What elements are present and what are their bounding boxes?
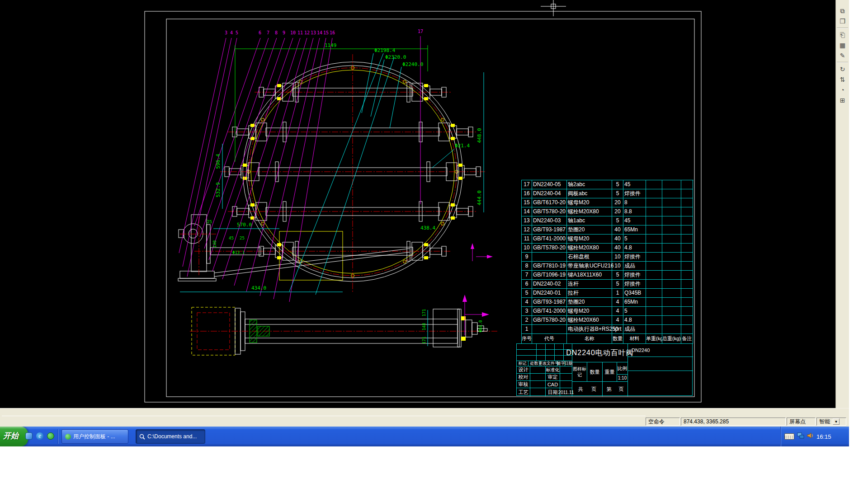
svg-text:13: 13 <box>311 30 316 35</box>
bom-qty: 40 <box>612 235 623 244</box>
bom-qty: 20 <box>612 207 623 216</box>
pattern-icon[interactable]: ▦ <box>837 40 848 50</box>
bom-remark <box>681 307 693 316</box>
bom-material: 焊接件 <box>623 189 646 198</box>
table-row: 16 DN2240-04 阀板abc 5 焊接件 <box>522 189 693 198</box>
command-status-field: 空命令 <box>646 418 680 426</box>
screen-point-toggle[interactable]: 屏幕点 <box>787 418 816 426</box>
task-button-documents[interactable]: C:\Documents and... <box>136 429 205 444</box>
svg-text:6: 6 <box>259 30 261 35</box>
bom-name: 阀板abc <box>567 189 612 198</box>
svg-text:148: 148 <box>422 323 426 330</box>
bom-qty: 5 <box>612 280 623 289</box>
bom-qty: 5 <box>612 189 623 198</box>
block-tool-icon[interactable]: ⧉ <box>837 6 848 16</box>
bom-qty: 4 <box>612 307 623 316</box>
svg-text:11: 11 <box>297 30 303 35</box>
svg-text:8: 8 <box>275 30 278 35</box>
paste-icon[interactable]: ⎗ <box>837 30 848 40</box>
svg-text:596.4: 596.4 <box>215 154 221 169</box>
start-button[interactable]: 开始 <box>0 427 28 446</box>
network-icon[interactable] <box>797 432 804 441</box>
svg-text:Φ21.4: Φ21.4 <box>455 143 470 149</box>
command-line[interactable] <box>2 409 646 416</box>
bom-remark <box>681 253 693 262</box>
volume-icon[interactable] <box>807 432 814 441</box>
bom-name: 螺母M20 <box>567 307 612 316</box>
drawing-title: DN2240电动百叶阀 <box>572 344 628 362</box>
bom-no: 7 <box>522 271 532 280</box>
bom-code <box>532 253 567 262</box>
bom-header: 序号 <box>522 334 532 344</box>
bom-unit-weight <box>646 298 662 307</box>
bom-no: 14 <box>522 207 532 216</box>
svg-text:16: 16 <box>330 30 335 35</box>
array-icon[interactable]: ⊞ <box>837 95 848 105</box>
bom-no: 10 <box>522 244 532 253</box>
sheet-ye: 页 <box>591 386 596 393</box>
bom-header: 代号 <box>532 334 567 344</box>
bom-material: 45 <box>623 180 646 189</box>
table-row: 4 GB/T93-1987 垫圈20 4 65Mn <box>522 298 693 307</box>
bom-material: 5 <box>623 307 646 316</box>
sketch-icon[interactable]: ✎ <box>837 51 848 61</box>
messenger-icon[interactable] <box>25 432 33 441</box>
svg-text:570.0: 570.0 <box>237 222 252 228</box>
view-3d-icon[interactable]: ❒ <box>837 16 848 26</box>
svg-text:5: 5 <box>236 30 238 35</box>
table-row: 1 电动执行器B+RS250 \prt 成品 <box>522 325 693 334</box>
snap-mode-value: 智能 <box>819 418 830 425</box>
sheet-di: 第 <box>607 386 612 393</box>
svg-text:7: 7 <box>267 30 269 35</box>
table-row: 17 DN2240-05 轴2abc 5 45 <box>522 180 693 189</box>
system-tray: 16:15 <box>780 427 849 446</box>
svg-text:Φ2320.0: Φ2320.0 <box>385 54 406 60</box>
bom-total-weight <box>662 280 681 289</box>
drawing-view[interactable]: .we { fill:none; stroke:#ffffff; stroke-… <box>0 0 835 408</box>
svg-text:45: 45 <box>229 236 234 240</box>
green-program-icon[interactable] <box>47 432 55 441</box>
bom-name: 石棉盘根 <box>567 253 612 262</box>
section-icon[interactable]: ◔ <box>837 85 848 95</box>
bom-name: 连杆 <box>567 280 612 289</box>
svg-text:17: 17 <box>418 29 423 34</box>
table-row: 10 GB/T5780-20 螺栓M20X80 40 4.8 <box>522 244 693 253</box>
bom-total-weight <box>662 289 681 298</box>
bom-code: GB/T41-2000 <box>532 235 567 244</box>
bom-material: 4.8 <box>623 244 646 253</box>
bom-remark <box>681 180 693 189</box>
bom-qty: 1 <box>612 289 623 298</box>
snap-mode-select[interactable]: 智能 ▼ <box>816 418 846 426</box>
keyboard-icon[interactable] <box>784 433 794 440</box>
tb-label: 设计 <box>517 366 530 374</box>
mirror-icon[interactable]: ⇅ <box>837 75 848 84</box>
bom-header-row: 序号 代号 名称 数量 材料 单重(kg) 总重(kg) 备注 <box>522 334 693 344</box>
svg-text:25: 25 <box>240 236 245 240</box>
cad-canvas[interactable]: .we { fill:none; stroke:#ffffff; stroke-… <box>0 0 835 408</box>
bom-name: 螺母M20 <box>567 198 612 207</box>
bom-total-weight <box>662 307 681 316</box>
bom-no: 15 <box>522 198 532 207</box>
bom-qty: 5 <box>612 271 623 280</box>
svg-text:171: 171 <box>422 309 426 316</box>
task-button-control-panel[interactable]: 用户控制面板 - ... <box>61 429 128 444</box>
rotate-icon[interactable]: ↻ <box>837 64 848 74</box>
bom-remark <box>681 244 693 253</box>
bom-unit-weight <box>646 289 662 298</box>
bom-total-weight <box>662 244 681 253</box>
tb-label: 图样标记 <box>572 362 587 382</box>
bom-no: 5 <box>522 289 532 298</box>
bom-name: 螺栓M20X80 <box>567 244 612 253</box>
svg-text:171: 171 <box>422 337 426 344</box>
bom-name: 电动执行器B+RS250 <box>567 325 612 334</box>
bom-code: GB/T5780-20 <box>532 316 567 325</box>
bom-total-weight <box>662 216 681 225</box>
bom-no: 2 <box>522 316 532 325</box>
bom-material: 4.8 <box>623 316 646 325</box>
ie-icon[interactable]: e <box>36 432 44 441</box>
table-row: 6 DN2240-02 连杆 5 焊接件 <box>522 280 693 289</box>
bom-unit-weight <box>646 307 662 316</box>
bom-name: 带座轴承UCFU216 <box>567 262 612 271</box>
dropdown-arrow-icon[interactable]: ▼ <box>833 418 840 425</box>
svg-text:444.0: 444.0 <box>476 190 482 205</box>
